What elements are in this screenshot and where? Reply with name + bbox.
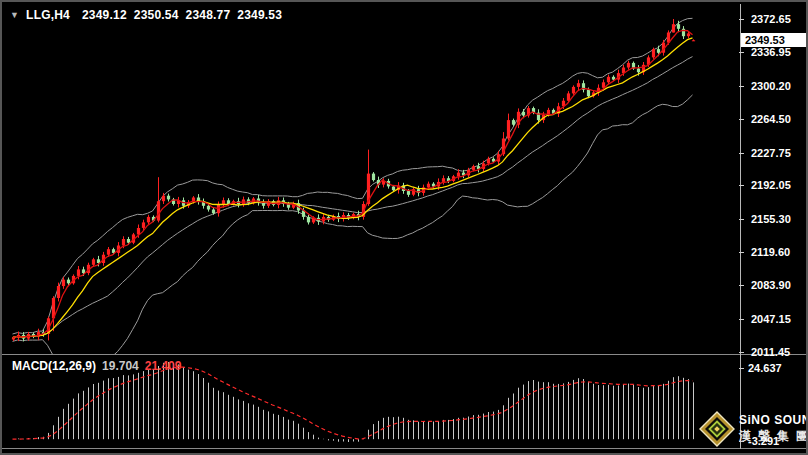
price-axis-tick: [739, 153, 744, 154]
price-axis-label: 2336.95: [751, 46, 791, 58]
price-axis-label: 2083.90: [751, 279, 791, 291]
price-axis-tick: [739, 252, 744, 253]
price-axis-label: 2264.50: [751, 113, 791, 125]
ohlc-close: 2349.53: [237, 8, 282, 22]
price-axis-label: 2119.60: [751, 246, 790, 258]
panel-divider[interactable]: [2, 354, 808, 355]
macd-signal-value: 21.409: [145, 359, 182, 373]
price-axis-tick: [739, 352, 744, 353]
price-axis-tick: [739, 19, 744, 20]
price-axis-tick: [739, 285, 744, 286]
macd-axis-min-label: -3.291: [748, 435, 779, 447]
price-axis-tick: [739, 185, 744, 186]
macd-name: MACD(12,26,9): [12, 359, 96, 373]
price-axis-tick: [739, 52, 744, 53]
candlestick-chart-canvas[interactable]: [4, 4, 740, 354]
price-axis-label: 2047.15: [751, 313, 791, 325]
logo-brand-name: SiNO SOUND: [739, 413, 808, 427]
bottom-divider: [2, 448, 808, 449]
price-axis-label: 2300.20: [751, 80, 791, 92]
time-axis-strip: [2, 449, 808, 455]
price-axis-tick: [739, 119, 744, 120]
price-axis-tick: [739, 319, 744, 320]
price-axis-label: 2227.75: [751, 147, 791, 159]
macd-main-value: 19.704: [102, 359, 139, 373]
price-axis-label: 2372.65: [751, 13, 791, 25]
symbol-timeframe-label: LLG,H4: [26, 8, 70, 22]
macd-axis-tick: [739, 368, 744, 369]
chart-window: ▼LLG,H42349.122350.542348.772349.53 2372…: [0, 0, 808, 455]
chart-header: ▼LLG,H42349.122350.542348.772349.53: [10, 8, 289, 22]
ohlc-low: 2348.77: [186, 8, 231, 22]
current-price-badge: 2349.53: [741, 33, 808, 47]
price-axis-tick: [739, 86, 744, 87]
price-axis-tick: [739, 219, 744, 220]
price-axis-label: 2155.30: [751, 213, 791, 225]
ohlc-high: 2350.54: [134, 8, 179, 22]
price-axis-label: 2011.45: [751, 346, 790, 358]
price-axis-label: 2192.05: [751, 179, 791, 191]
macd-axis-max-label: 24.637: [748, 362, 782, 374]
macd-indicator-label: MACD(12,26,9)19.70421.409: [12, 359, 181, 373]
ohlc-open: 2349.12: [82, 8, 127, 22]
collapse-arrow-icon[interactable]: ▼: [10, 10, 19, 20]
diamond-logo-icon: [699, 411, 735, 447]
price-axis[interactable]: 2372.652336.952300.202264.502227.752192.…: [741, 4, 808, 354]
